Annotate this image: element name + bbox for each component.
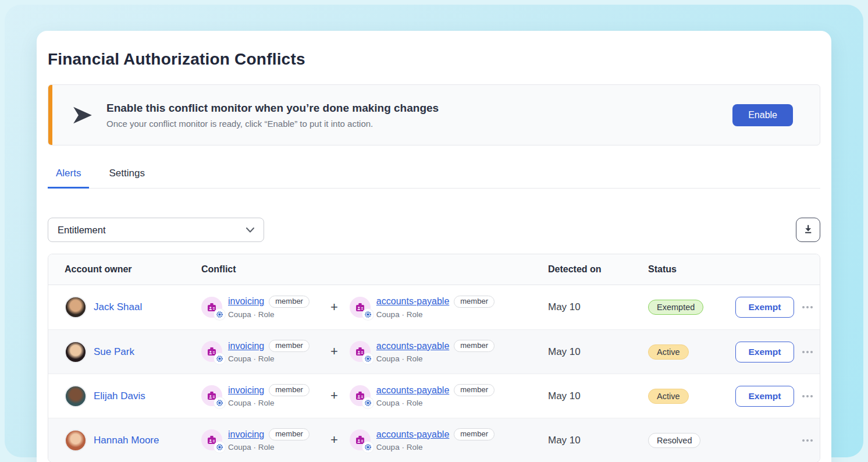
entitlement-badge-icon [201, 297, 222, 318]
status-badge: Exempted [648, 300, 703, 315]
plus-separator: + [330, 300, 338, 315]
more-button[interactable] [801, 304, 814, 311]
dot [806, 351, 809, 353]
owner-cell: Jack Shaal [48, 296, 201, 318]
entitlement-link[interactable]: accounts-payable [376, 429, 449, 440]
header-conflict: Conflict [201, 264, 548, 275]
conflict-cell: invoicing member Coupa · Role + [201, 340, 548, 363]
entitlement-badge-icon [201, 429, 222, 450]
entitlement-link[interactable]: accounts-payable [376, 296, 449, 307]
plus-separator: + [330, 344, 338, 359]
entitlement: invoicing member Coupa · Role [201, 384, 319, 407]
owner-name-link[interactable]: Jack Shaal [94, 301, 142, 313]
dot [806, 439, 809, 442]
table-row: Jack Shaal [48, 285, 820, 329]
entitlement: invoicing member Coupa · Role [201, 340, 319, 363]
plus-separator: + [330, 388, 338, 403]
dot [810, 439, 813, 442]
toolbar: Entitlement [48, 218, 820, 242]
avatar [65, 296, 87, 318]
plus-separator: + [330, 432, 338, 447]
actions-cell [735, 435, 820, 446]
conflict-cell: invoicing member Coupa · Role + [201, 428, 548, 452]
coupa-app-icon [214, 397, 225, 408]
tab-alerts[interactable]: Alerts [48, 168, 89, 189]
member-badge: member [269, 428, 310, 440]
more-button[interactable] [801, 437, 814, 444]
avatar [65, 385, 87, 407]
dot [802, 351, 805, 353]
actions-cell: Exempt [735, 297, 820, 318]
entitlement-link[interactable]: accounts-payable [376, 341, 449, 351]
detected-on: May 10 [548, 435, 648, 446]
coupa-app-icon [214, 442, 225, 453]
detected-on: May 10 [548, 390, 648, 402]
entitlement: accounts-payable member Coupa · Role [350, 384, 495, 407]
enable-banner: Enable this conflict monitor when you’re… [48, 84, 820, 145]
table-row: Elijah Davis [48, 374, 820, 418]
member-badge: member [454, 384, 495, 396]
owner-name-link[interactable]: Hannah Moore [94, 435, 159, 446]
entitlement-link[interactable]: accounts-payable [376, 385, 449, 396]
member-badge: member [454, 296, 495, 308]
exempt-button[interactable]: Exempt [735, 386, 794, 407]
page-title: Financial Authorization Conflicts [48, 31, 820, 69]
dot [810, 351, 813, 353]
coupa-app-icon [362, 353, 373, 364]
coupa-app-icon [362, 397, 373, 408]
entitlement: invoicing member Coupa · Role [201, 428, 319, 452]
entitlement-filter-dropdown[interactable]: Entitlement [48, 218, 264, 242]
coupa-app-icon [214, 309, 225, 320]
dot [806, 395, 809, 397]
owner-name-link[interactable]: Elijah Davis [94, 390, 145, 402]
more-button[interactable] [801, 349, 814, 356]
entitlement-source: Coupa · Role [228, 310, 310, 319]
conflict-cell: invoicing member Coupa · Role + [201, 296, 548, 319]
dot [802, 439, 805, 442]
entitlement-link[interactable]: invoicing [228, 429, 264, 440]
entitlement-link[interactable]: invoicing [228, 296, 264, 307]
exempt-button[interactable]: Exempt [735, 297, 794, 318]
entitlement-badge-icon [350, 297, 371, 318]
enable-button[interactable]: Enable [732, 104, 793, 126]
header-status: Status [648, 264, 735, 275]
detected-on: May 10 [548, 346, 648, 358]
member-badge: member [454, 428, 495, 440]
entitlement-source: Coupa · Role [228, 399, 310, 408]
avatar [65, 429, 87, 452]
conflicts-table: Account owner Conflict Detected on Statu… [48, 254, 820, 462]
download-button[interactable] [796, 218, 820, 242]
table-body: Jack Shaal [48, 285, 820, 462]
member-badge: member [454, 340, 495, 352]
entitlement-source: Coupa · Role [228, 443, 310, 452]
owner-name-link[interactable]: Sue Park [94, 346, 134, 358]
actions-cell: Exempt [735, 386, 820, 407]
dot [810, 395, 813, 397]
member-badge: member [269, 296, 310, 308]
dot [802, 306, 805, 308]
coupa-app-icon [214, 353, 225, 364]
download-icon [803, 224, 813, 236]
entitlement-link[interactable]: invoicing [228, 385, 264, 396]
page-backdrop: Financial Authorization Conflicts Enable… [5, 5, 863, 457]
owner-cell: Hannah Moore [48, 429, 201, 452]
actions-cell: Exempt [735, 342, 820, 363]
header-detected-on: Detected on [548, 264, 648, 275]
coupa-app-icon [362, 442, 373, 453]
owner-cell: Sue Park [48, 341, 201, 363]
header-account-owner: Account owner [48, 264, 201, 275]
entitlement-link[interactable]: invoicing [228, 341, 264, 351]
exempt-button[interactable]: Exempt [735, 342, 794, 363]
entitlement-source: Coupa · Role [228, 354, 310, 364]
coupa-app-icon [362, 309, 373, 320]
entitlement-source: Coupa · Role [376, 354, 495, 364]
table-row: Hannah Moore [48, 418, 820, 462]
entitlement-source: Coupa · Role [376, 310, 495, 319]
member-badge: member [269, 340, 310, 352]
send-icon [70, 104, 95, 126]
more-button[interactable] [801, 393, 814, 400]
banner-subtitle: Once your conflict monitor is ready, cli… [106, 119, 732, 129]
entitlement: accounts-payable member Coupa · Role [350, 296, 495, 319]
tab-settings[interactable]: Settings [101, 168, 152, 189]
entitlement-badge-icon [350, 341, 371, 362]
